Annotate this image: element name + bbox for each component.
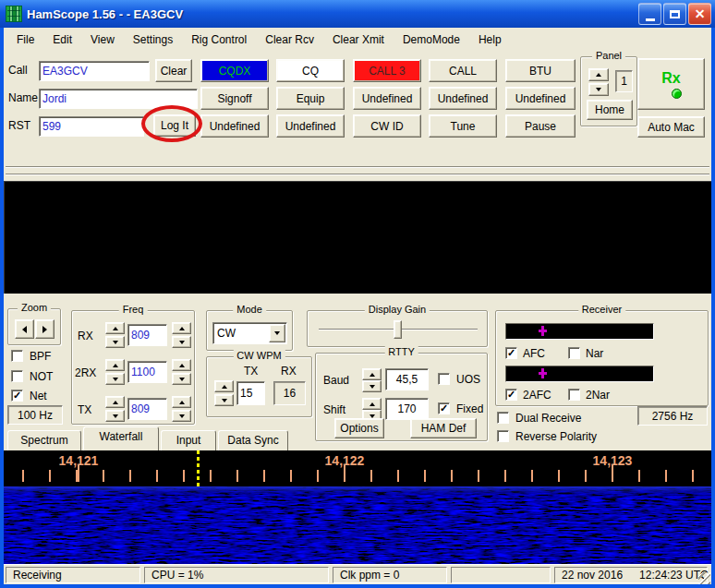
menu-demomode[interactable]: DemoMode (394, 30, 469, 49)
panel-group: Panel 1 Home (580, 56, 637, 126)
spin-up-button[interactable] (172, 396, 191, 408)
macro-pause-button[interactable]: Pause (505, 114, 576, 138)
macro-btu-button[interactable]: BTU (505, 59, 576, 82)
spin-down-button[interactable] (172, 373, 191, 385)
net-checkbox[interactable]: ✓ (11, 390, 23, 402)
shift-value-field[interactable]: 170 (385, 398, 429, 420)
spin-up-button[interactable] (172, 322, 191, 334)
macro-undefined-button[interactable]: Undefined (200, 114, 269, 138)
rx-button-label: Rx (661, 70, 680, 87)
dropdown-arrow-icon (274, 331, 280, 335)
uos-checkbox[interactable] (438, 373, 450, 385)
reverse-polarity-checkbox[interactable] (497, 430, 509, 442)
macro-equip-button[interactable]: Equip (276, 87, 345, 110)
bpf-checkbox[interactable] (11, 350, 23, 362)
menu-settings[interactable]: Settings (124, 30, 182, 49)
spin-up-button[interactable] (105, 359, 125, 371)
spin-down-button[interactable] (172, 336, 191, 348)
baud-value-field[interactable]: 45,5 (385, 368, 429, 390)
close-button[interactable]: ✕ (688, 3, 711, 25)
spin-up-button[interactable] (172, 359, 191, 371)
tab-input[interactable]: Input (161, 430, 216, 450)
macro-tune-button[interactable]: Tune (429, 114, 497, 138)
macro-cq-button[interactable]: CQ (276, 59, 345, 82)
auto-mac-button[interactable]: Auto Mac (637, 116, 705, 138)
menu-rig-control[interactable]: Rig Control (182, 30, 256, 49)
dual-receive-checkbox[interactable] (497, 412, 509, 424)
rtty-options-button[interactable]: Options (334, 418, 384, 438)
2nar-checkbox[interactable] (568, 389, 580, 401)
spin-up-button[interactable] (105, 322, 125, 334)
spin-down-button[interactable] (362, 380, 382, 392)
waterfall-noise (4, 486, 711, 564)
receive-text-display[interactable] (4, 181, 711, 294)
menu-clear-rcv[interactable]: Clear Rcv (256, 30, 323, 49)
2afc-checkbox[interactable]: ✓ (505, 389, 517, 401)
freq-rx-input[interactable] (127, 324, 167, 346)
macro-undefined-button[interactable]: Undefined (276, 114, 345, 138)
title-bar[interactable]: HamScope 1.56 - - EA3GCV ✕ (0, 0, 715, 28)
clear-button[interactable]: Clear (155, 59, 192, 82)
waterfall-major-tick (612, 465, 613, 482)
rtty-ham-def-button[interactable]: HAM Def (410, 418, 477, 438)
waterfall-major-tick (78, 465, 79, 482)
nar-checkbox[interactable] (568, 347, 580, 359)
rx-button[interactable]: Rx (637, 58, 705, 110)
log-it-button[interactable]: Log It (153, 114, 196, 137)
freq-2rx-input[interactable] (127, 361, 167, 383)
tab-spectrum[interactable]: Spectrum (7, 430, 81, 450)
macro-call3-button[interactable]: CALL 3 (353, 59, 421, 82)
tab-data-sync[interactable]: Data Sync (218, 430, 288, 450)
freq-tx-input[interactable] (127, 398, 167, 420)
menu-help[interactable]: Help (469, 30, 511, 49)
spin-down-button[interactable] (105, 373, 125, 385)
zoom-in-button[interactable] (35, 319, 55, 339)
spin-down-button[interactable] (214, 394, 234, 406)
menu-edit[interactable]: Edit (43, 30, 81, 49)
macro-signoff-button[interactable]: Signoff (200, 87, 269, 110)
rst-input[interactable] (39, 116, 144, 137)
spin-up-button[interactable] (362, 398, 382, 410)
macro-undefined-button[interactable]: Undefined (429, 87, 497, 110)
menu-clear-xmit[interactable]: Clear Xmit (323, 30, 394, 49)
call-input[interactable] (39, 61, 150, 81)
name-input[interactable] (39, 89, 198, 109)
macro-cqdx-button[interactable]: CQDX (200, 59, 269, 82)
menu-file[interactable]: File (7, 30, 43, 49)
not-checkbox[interactable] (11, 370, 23, 382)
panel-down-button[interactable] (588, 83, 609, 96)
maximize-button[interactable] (663, 3, 686, 25)
rtty-group-label: RTTY (384, 346, 418, 357)
spin-down-button[interactable] (105, 410, 125, 422)
spin-down-button[interactable] (172, 410, 191, 422)
mode-combobox[interactable]: CW (212, 322, 287, 344)
minimize-button[interactable] (638, 3, 661, 25)
display-gain-slider-thumb[interactable] (394, 320, 402, 339)
waterfall-display[interactable]: 14,121 14,122 14,123 (4, 450, 711, 564)
receiver-tuning-display-1[interactable] (505, 323, 654, 340)
tab-waterfall[interactable]: Waterfall (83, 426, 159, 450)
menu-view[interactable]: View (81, 30, 124, 49)
macro-undefined-button[interactable]: Undefined (505, 87, 576, 110)
bpf-label: BPF (30, 350, 51, 363)
panel-home-button[interactable]: Home (587, 100, 633, 120)
macro-call-button[interactable]: CALL (429, 59, 497, 82)
mode-dropdown-button[interactable] (269, 324, 285, 342)
spin-up-button[interactable] (362, 368, 382, 380)
macro-cwid-button[interactable]: CW ID (353, 114, 421, 138)
panel-group-label: Panel (592, 50, 625, 61)
macro-undefined-button[interactable]: Undefined (353, 87, 421, 110)
receiver-tuning-display-2[interactable] (505, 366, 654, 382)
resize-grip[interactable] (698, 572, 710, 584)
spin-down-button[interactable] (105, 336, 125, 348)
spin-up-button[interactable] (105, 396, 125, 408)
panel-up-button[interactable] (588, 68, 609, 81)
waterfall-cursor[interactable] (197, 450, 200, 486)
spin-up-button[interactable] (214, 380, 234, 392)
cw-wpm-spinner (214, 380, 234, 406)
zoom-out-button[interactable] (15, 319, 34, 339)
afc-checkbox[interactable]: ✓ (505, 347, 517, 359)
cw-wpm-tx-input[interactable] (236, 381, 265, 405)
fixed-checkbox[interactable]: ✓ (438, 402, 450, 414)
up-arrow-icon (113, 327, 118, 330)
